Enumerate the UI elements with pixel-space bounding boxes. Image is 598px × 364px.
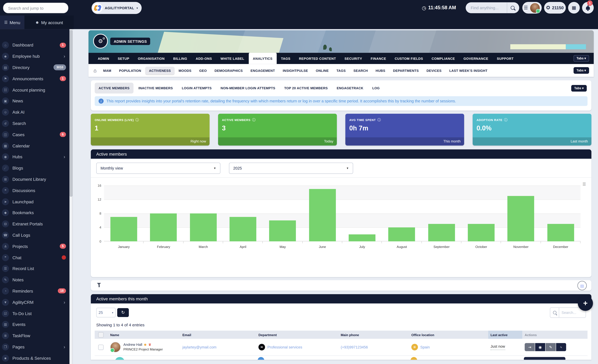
admin-tab[interactable]: CUSTOM FIELDS bbox=[390, 53, 427, 64]
chart-bar[interactable] bbox=[309, 189, 336, 241]
analytics-tab[interactable]: DEPARTMENTS bbox=[390, 66, 422, 74]
my-account-tab[interactable]: ☻ My account bbox=[25, 16, 74, 29]
select-all-checkbox[interactable] bbox=[98, 332, 104, 338]
tabs-dropdown-button[interactable]: Tabs ▾ bbox=[573, 67, 589, 74]
sidebar-item[interactable]: ◔ Reminders 18 bbox=[0, 285, 73, 297]
admin-tab[interactable]: ORGANISATION bbox=[134, 53, 169, 64]
sidebar-item[interactable]: ◫ Cases 6 bbox=[0, 129, 73, 140]
analytics-tab[interactable]: HUBS bbox=[372, 66, 389, 74]
brand-switcher[interactable]: AGILITYPORTAL ▾ bbox=[91, 2, 142, 14]
chart-bar[interactable] bbox=[150, 214, 177, 241]
member-name[interactable]: Andrew Hall bbox=[124, 343, 142, 347]
admin-tab[interactable]: COMPLIANCE bbox=[427, 53, 459, 64]
view-select[interactable]: Monthly view ▼ bbox=[96, 163, 220, 174]
chart-bar[interactable] bbox=[468, 224, 495, 241]
column-header[interactable]: Office location bbox=[409, 331, 488, 339]
filter-icon[interactable] bbox=[97, 283, 101, 287]
sidebar-item[interactable]: ◆ Bookmarks bbox=[0, 207, 73, 218]
chart-bar[interactable] bbox=[110, 217, 137, 241]
chart-bar[interactable] bbox=[190, 214, 217, 241]
edit-button[interactable]: ✎ bbox=[546, 343, 556, 351]
page-size-select[interactable]: 25 ▾ bbox=[96, 308, 116, 317]
column-header[interactable]: Department bbox=[256, 331, 338, 339]
report-tab[interactable]: ENGAGETRACK bbox=[333, 83, 367, 93]
sidebar-item[interactable]: ▣ News bbox=[0, 95, 73, 107]
chart-bar[interactable] bbox=[388, 227, 415, 241]
sidebar-item[interactable]: ❞ Chat bbox=[0, 252, 73, 263]
analytics-tab[interactable]: MAM bbox=[100, 66, 115, 74]
analytics-tab[interactable]: INSIGHTPULSE bbox=[279, 66, 311, 74]
chart-bar[interactable] bbox=[230, 217, 256, 241]
info-icon[interactable]: ⓘ bbox=[504, 117, 507, 123]
sidebar-item[interactable]: ☺ Ask AI bbox=[0, 107, 73, 118]
admin-tab[interactable]: ADMIN bbox=[93, 53, 114, 64]
analytics-tab[interactable]: TAGS bbox=[333, 66, 349, 74]
list-view-button[interactable]: ▤ bbox=[578, 281, 587, 290]
admin-tab[interactable]: GOVERNANCE bbox=[459, 53, 493, 64]
close-icon[interactable]: ✕ bbox=[62, 3, 67, 10]
analytics-tab[interactable]: SEARCH bbox=[350, 66, 371, 74]
sidebar-item[interactable]: ▼ AgilityCRM › bbox=[0, 297, 73, 308]
member-email-link[interactable]: jaylartey@ymail.com bbox=[183, 345, 216, 349]
sidebar-item[interactable]: ☷ Account planning bbox=[0, 84, 73, 95]
chart-menu-icon[interactable]: ☰ bbox=[582, 182, 586, 186]
tabs-dropdown-button[interactable]: Tabs ▾ bbox=[573, 55, 589, 62]
analytics-tab[interactable]: POPULATION bbox=[116, 66, 145, 74]
column-header[interactable]: Last active bbox=[488, 331, 523, 339]
member-office-link[interactable]: Spain bbox=[420, 345, 430, 349]
password-button[interactable]: ♀ bbox=[556, 343, 566, 351]
sidebar-item[interactable]: ▥ Events bbox=[0, 319, 73, 330]
sidebar-item[interactable]: ⋔ Projects 5 bbox=[0, 241, 73, 252]
column-header[interactable]: Main phone bbox=[338, 331, 409, 339]
report-tab[interactable]: LOG bbox=[368, 83, 383, 93]
search-icon[interactable] bbox=[511, 6, 515, 10]
admin-tab[interactable]: ANALYTICS bbox=[249, 53, 277, 64]
menu-tab[interactable]: ☰ Menu bbox=[0, 16, 25, 29]
admin-tab[interactable]: SETUP bbox=[114, 53, 134, 64]
menu-avatar-pill[interactable]: ☰ bbox=[522, 2, 542, 14]
report-tab[interactable]: NON-MEMBER LOGIN ATTEMPTS bbox=[217, 83, 279, 93]
sidebar-scrollbar[interactable] bbox=[69, 29, 73, 364]
info-icon[interactable]: ⓘ bbox=[135, 117, 139, 123]
chart-bar[interactable] bbox=[547, 224, 574, 241]
admin-tab[interactable]: BILLING bbox=[169, 53, 191, 64]
info-icon[interactable]: ⓘ bbox=[252, 117, 256, 123]
report-tab[interactable]: INACTIVE MEMBERS bbox=[134, 83, 177, 93]
sidebar-item[interactable]: ✎ Notes bbox=[0, 274, 73, 285]
info-icon[interactable]: ⓘ bbox=[377, 117, 381, 123]
sidebar-item[interactable]: ▤ Directory 3010 bbox=[0, 62, 73, 73]
sidebar-item[interactable]: ☄ Blogs bbox=[0, 163, 73, 174]
admin-tab[interactable]: REPORTED CONTENT bbox=[295, 53, 340, 64]
analytics-tab[interactable]: ONLINE bbox=[312, 66, 332, 74]
admin-tab[interactable]: FINANCE bbox=[366, 53, 390, 64]
table-search-input[interactable] bbox=[559, 310, 586, 315]
sidebar-item[interactable]: ⚑ Announcements 1 bbox=[0, 73, 73, 84]
admin-tab[interactable]: SUPPORT bbox=[492, 53, 518, 64]
chart-bar[interactable] bbox=[269, 221, 296, 241]
column-header[interactable]: Name bbox=[108, 331, 180, 339]
jump-search-input[interactable] bbox=[3, 3, 68, 13]
analytics-tab[interactable]: MOODS bbox=[175, 66, 195, 74]
sidebar-item[interactable]: ⊞ Document Library bbox=[0, 174, 73, 185]
report-tab[interactable]: TOP 20 ACTIVE MEMBERS bbox=[280, 83, 332, 93]
sidebar-item[interactable]: ☑ To-Do List bbox=[0, 308, 73, 319]
admin-tab[interactable]: WHITE LABEL bbox=[216, 53, 249, 64]
sidebar-item[interactable]: ⌂ Dashboard 1 bbox=[0, 40, 73, 51]
analytics-tab[interactable]: LAST WEEK'S INSIGHT bbox=[446, 66, 491, 74]
view-button[interactable]: ◉ bbox=[535, 343, 545, 351]
column-header[interactable]: Email bbox=[180, 331, 256, 339]
column-header[interactable]: Actions bbox=[522, 331, 587, 339]
chart-bar[interactable] bbox=[507, 196, 534, 241]
member-phone-link[interactable]: (+93)997123456 bbox=[341, 345, 368, 349]
report-tab[interactable]: LOGIN ATTEMPTS bbox=[178, 83, 216, 93]
sidebar-item[interactable]: ⊟ Extranet Portals bbox=[0, 218, 73, 230]
scrollbar-thumb[interactable] bbox=[69, 30, 73, 197]
sidebar-item[interactable]: ▦ Calendar bbox=[0, 140, 73, 151]
admin-tab[interactable]: TAGS bbox=[277, 53, 295, 64]
sidebar-item[interactable]: ☎ Call Logs bbox=[0, 230, 73, 241]
analytics-tab[interactable]: GEO bbox=[196, 66, 210, 74]
table-row[interactable]: Andrew Hall☻♛ PRINCE2 Project Manager ja… bbox=[95, 339, 588, 356]
refresh-button[interactable]: ↻ bbox=[117, 308, 129, 317]
login-as-button[interactable]: ⇥ bbox=[525, 343, 535, 351]
analytics-tab[interactable]: DEVICES bbox=[423, 66, 445, 74]
